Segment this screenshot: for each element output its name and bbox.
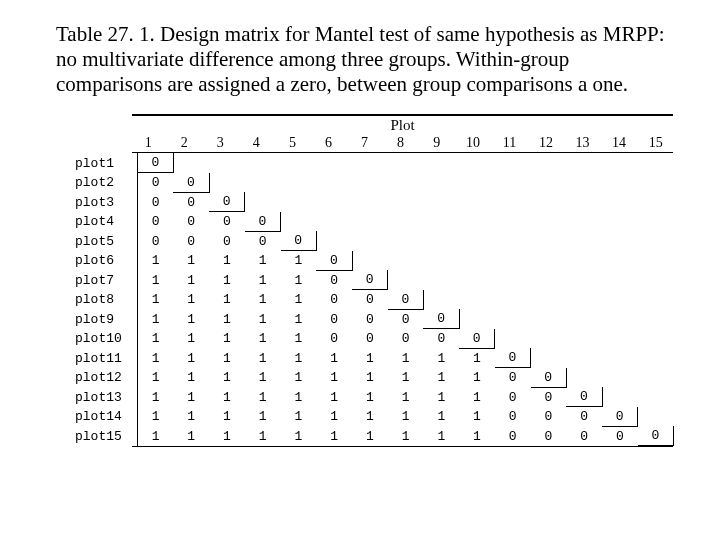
matrix-cell bbox=[602, 329, 638, 349]
matrix-cell: 0 bbox=[316, 290, 352, 310]
matrix-cell bbox=[602, 368, 638, 388]
row-label: plot12 bbox=[74, 368, 137, 388]
table-row: plot15111111111100000 bbox=[74, 426, 674, 446]
col-header: 9 bbox=[419, 135, 455, 152]
matrix-cell: 1 bbox=[281, 309, 317, 329]
matrix-cell bbox=[566, 309, 602, 329]
matrix-cell bbox=[495, 309, 531, 329]
matrix-cell bbox=[638, 231, 674, 251]
matrix-cell: 1 bbox=[173, 309, 209, 329]
matrix-cell: 1 bbox=[352, 368, 388, 388]
table-bottom-rule bbox=[132, 446, 673, 447]
design-matrix-table: Plot 123456789101112131415 plot10plot200… bbox=[74, 114, 674, 447]
matrix-cell: 1 bbox=[245, 407, 281, 427]
matrix-cell bbox=[638, 173, 674, 193]
matrix-cell: 0 bbox=[388, 290, 424, 310]
table-row: plot71111100 bbox=[74, 270, 674, 290]
matrix-cell bbox=[602, 231, 638, 251]
matrix-cell bbox=[423, 192, 459, 212]
matrix-cell bbox=[638, 192, 674, 212]
matrix-cell bbox=[281, 192, 317, 212]
matrix-cell bbox=[245, 173, 281, 193]
matrix-cell: 1 bbox=[352, 348, 388, 368]
matrix-cell: 1 bbox=[245, 329, 281, 349]
matrix-cell: 1 bbox=[137, 426, 173, 446]
matrix-cell bbox=[209, 153, 245, 173]
matrix-cell bbox=[638, 368, 674, 388]
matrix-cell: 0 bbox=[209, 231, 245, 251]
matrix-cell bbox=[531, 251, 567, 271]
matrix-cell: 1 bbox=[316, 407, 352, 427]
matrix-cell: 1 bbox=[173, 290, 209, 310]
matrix-cell bbox=[531, 173, 567, 193]
matrix-cell: 0 bbox=[566, 407, 602, 427]
matrix-cell bbox=[566, 290, 602, 310]
matrix-cell: 0 bbox=[245, 212, 281, 232]
matrix-cell bbox=[531, 192, 567, 212]
matrix-cell: 1 bbox=[137, 251, 173, 271]
matrix-cell bbox=[495, 153, 531, 173]
matrix-cell: 0 bbox=[137, 192, 173, 212]
matrix-cell: 1 bbox=[281, 348, 317, 368]
matrix-cell: 0 bbox=[173, 173, 209, 193]
matrix-cell bbox=[316, 212, 352, 232]
matrix-cell: 1 bbox=[459, 387, 495, 407]
matrix-cell bbox=[566, 348, 602, 368]
col-header: 13 bbox=[564, 135, 601, 152]
matrix-cell bbox=[423, 270, 459, 290]
matrix-cell bbox=[602, 348, 638, 368]
matrix-cell: 0 bbox=[352, 329, 388, 349]
matrix-cell bbox=[423, 231, 459, 251]
matrix-cell: 1 bbox=[459, 368, 495, 388]
matrix-cell: 1 bbox=[281, 329, 317, 349]
matrix-cell: 0 bbox=[531, 368, 567, 388]
matrix-cell bbox=[459, 212, 495, 232]
matrix-cell: 1 bbox=[459, 407, 495, 427]
matrix-cell: 1 bbox=[388, 348, 424, 368]
matrix-cell bbox=[638, 309, 674, 329]
matrix-cell: 1 bbox=[459, 348, 495, 368]
matrix-cell: 1 bbox=[245, 251, 281, 271]
matrix-cell: 0 bbox=[137, 153, 173, 173]
matrix-cell bbox=[388, 192, 424, 212]
matrix-cell: 1 bbox=[245, 387, 281, 407]
matrix-cell: 1 bbox=[245, 290, 281, 310]
matrix-cell: 1 bbox=[352, 426, 388, 446]
matrix-cell: 0 bbox=[388, 309, 424, 329]
matrix-cell bbox=[638, 212, 674, 232]
matrix-cell: 0 bbox=[566, 426, 602, 446]
matrix-cell bbox=[531, 212, 567, 232]
matrix-cell: 1 bbox=[137, 368, 173, 388]
matrix-cell bbox=[316, 231, 352, 251]
row-label: plot1 bbox=[74, 153, 137, 173]
row-label: plot11 bbox=[74, 348, 137, 368]
col-header: 1 bbox=[130, 135, 166, 152]
matrix-cell: 1 bbox=[352, 387, 388, 407]
matrix-cell: 1 bbox=[209, 368, 245, 388]
table-row: plot200 bbox=[74, 173, 674, 193]
table-row: plot9111110000 bbox=[74, 309, 674, 329]
matrix-cell: 1 bbox=[316, 426, 352, 446]
matrix-cell: 0 bbox=[137, 231, 173, 251]
matrix-cell: 0 bbox=[388, 329, 424, 349]
matrix-cell: 0 bbox=[316, 251, 352, 271]
matrix-cell bbox=[316, 192, 352, 212]
matrix-cell bbox=[602, 309, 638, 329]
matrix-cell bbox=[459, 251, 495, 271]
table-row: plot811111000 bbox=[74, 290, 674, 310]
matrix-cell bbox=[388, 270, 424, 290]
row-label: plot13 bbox=[74, 387, 137, 407]
col-header: 2 bbox=[166, 135, 202, 152]
matrix-cell: 1 bbox=[209, 329, 245, 349]
matrix-cell: 1 bbox=[459, 426, 495, 446]
matrix-cell bbox=[531, 270, 567, 290]
matrix-cell bbox=[495, 329, 531, 349]
matrix-cell: 1 bbox=[245, 368, 281, 388]
matrix-cell: 1 bbox=[352, 407, 388, 427]
table-row: plot1111111111110 bbox=[74, 348, 674, 368]
matrix-cell: 1 bbox=[281, 387, 317, 407]
matrix-cell bbox=[316, 153, 352, 173]
column-header-row: 123456789101112131415 bbox=[74, 135, 674, 152]
col-header: 6 bbox=[310, 135, 346, 152]
matrix-cell bbox=[423, 212, 459, 232]
